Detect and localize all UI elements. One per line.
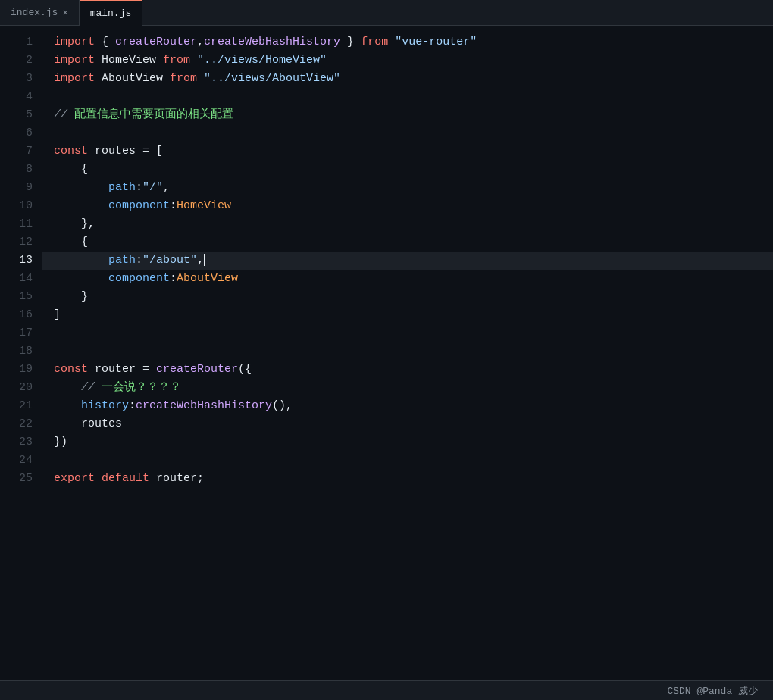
token: "/" bbox=[142, 179, 163, 197]
token: : bbox=[136, 179, 142, 197]
line-number-13: 13 bbox=[14, 252, 33, 270]
tab-bar: index.js ✕ main.js bbox=[0, 0, 773, 26]
token: path bbox=[108, 252, 136, 270]
token: , bbox=[197, 33, 204, 52]
token: from bbox=[163, 52, 190, 70]
line-number-21: 21 bbox=[14, 397, 33, 415]
token: ({ bbox=[238, 361, 252, 379]
token: AboutView bbox=[95, 70, 170, 88]
code-line-5: // 配置信息中需要页面的相关配置 bbox=[42, 106, 773, 124]
token: import bbox=[54, 70, 95, 88]
watermark: CSDN @Panda_威少 bbox=[667, 684, 758, 698]
token: : bbox=[170, 197, 177, 215]
token: "vue-router" bbox=[395, 33, 477, 52]
token bbox=[54, 215, 81, 233]
token: }) bbox=[54, 433, 67, 452]
token bbox=[54, 252, 108, 270]
line-number-25: 25 bbox=[14, 470, 33, 488]
code-line-7: const routes = [ bbox=[42, 142, 773, 161]
code-line-2: import HomeView from "../views/HomeView" bbox=[42, 52, 773, 70]
line-number-23: 23 bbox=[14, 433, 33, 452]
line-number-8: 8 bbox=[14, 161, 33, 179]
code-line-16: ] bbox=[42, 306, 773, 324]
token: : bbox=[129, 397, 136, 415]
token: export bbox=[54, 470, 95, 488]
editor: index.js ✕ main.js 123456789101112131415… bbox=[0, 0, 773, 700]
code-line-15: } bbox=[42, 288, 773, 306]
token: = [ bbox=[142, 142, 163, 161]
token: const bbox=[54, 361, 88, 379]
token bbox=[54, 270, 108, 288]
code-line-17 bbox=[42, 324, 773, 342]
token: // bbox=[54, 106, 74, 124]
token: createRouter bbox=[156, 361, 238, 379]
token: ; bbox=[197, 470, 204, 488]
line-number-9: 9 bbox=[14, 179, 33, 197]
token: routes bbox=[88, 142, 142, 161]
token: { bbox=[54, 233, 88, 252]
code-area: 1234567891011121314151617181920212223242… bbox=[0, 26, 773, 680]
bottom-bar: CSDN @Panda_威少 bbox=[0, 680, 773, 700]
token: router bbox=[149, 470, 197, 488]
token: HomeView bbox=[95, 52, 163, 70]
token: default bbox=[102, 470, 149, 488]
line-number-1: 1 bbox=[14, 33, 33, 52]
code-line-25: export default router; bbox=[42, 470, 773, 488]
line-number-18: 18 bbox=[14, 342, 33, 361]
token: { bbox=[95, 33, 115, 52]
line-number-12: 12 bbox=[14, 233, 33, 252]
code-line-13: path:"/about", bbox=[42, 252, 773, 270]
line-number-4: 4 bbox=[14, 88, 33, 106]
token: (), bbox=[272, 397, 293, 415]
line-number-19: 19 bbox=[14, 361, 33, 379]
code-line-22: routes bbox=[42, 415, 773, 433]
token: } bbox=[340, 33, 361, 52]
token: from bbox=[170, 70, 197, 88]
token: router bbox=[88, 361, 142, 379]
code-line-10: component:HomeView bbox=[42, 197, 773, 215]
tab-index-js[interactable]: index.js ✕ bbox=[0, 0, 80, 26]
token: = bbox=[142, 361, 156, 379]
line-number-14: 14 bbox=[14, 270, 33, 288]
token bbox=[388, 33, 395, 52]
code-content[interactable]: import { createRouter,createWebHashHisto… bbox=[42, 26, 773, 680]
token: 配置信息中需要页面的相关配置 bbox=[74, 106, 233, 124]
line-number-15: 15 bbox=[14, 288, 33, 306]
tab-main-js[interactable]: main.js bbox=[80, 0, 143, 26]
line-number-2: 2 bbox=[14, 52, 33, 70]
token: 一会说？？？？ bbox=[102, 379, 181, 397]
token: : bbox=[170, 270, 177, 288]
token bbox=[197, 70, 204, 88]
token: from bbox=[361, 33, 388, 52]
code-line-20: // 一会说？？？？ bbox=[42, 379, 773, 397]
line-number-22: 22 bbox=[14, 415, 33, 433]
token: "../views/AboutView" bbox=[204, 70, 340, 88]
token: , bbox=[197, 252, 204, 270]
token: import bbox=[54, 33, 95, 52]
tab-main-js-label: main.js bbox=[90, 8, 132, 19]
token: { bbox=[54, 161, 88, 179]
line-number-5: 5 bbox=[14, 106, 33, 124]
tab-index-js-close[interactable]: ✕ bbox=[62, 7, 67, 18]
code-line-1: import { createRouter,createWebHashHisto… bbox=[42, 33, 773, 52]
token bbox=[54, 197, 108, 215]
line-number-3: 3 bbox=[14, 70, 33, 88]
code-line-12: { bbox=[42, 233, 773, 252]
token bbox=[95, 470, 102, 488]
token: routes bbox=[81, 415, 122, 433]
code-line-9: path:"/", bbox=[42, 179, 773, 197]
code-line-8: { bbox=[42, 161, 773, 179]
code-line-23: }) bbox=[42, 433, 773, 452]
token bbox=[54, 415, 81, 433]
line-number-6: 6 bbox=[14, 124, 33, 142]
token: "/about" bbox=[142, 252, 197, 270]
token bbox=[54, 179, 108, 197]
token: import bbox=[54, 52, 95, 70]
code-line-21: history:createWebHashHistory(), bbox=[42, 397, 773, 415]
token: "../views/HomeView" bbox=[197, 52, 327, 70]
token bbox=[54, 397, 81, 415]
token: component bbox=[108, 197, 170, 215]
token: // bbox=[81, 379, 102, 397]
tab-index-js-label: index.js bbox=[11, 7, 58, 18]
code-line-6 bbox=[42, 124, 773, 142]
